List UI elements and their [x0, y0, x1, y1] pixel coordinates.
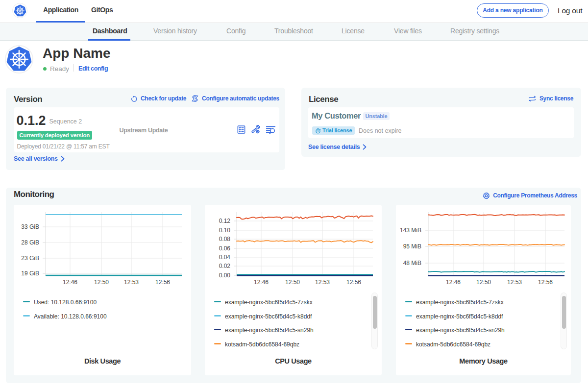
svg-text:48 MiB: 48 MiB	[403, 260, 421, 267]
svg-text:12:56: 12:56	[155, 279, 170, 286]
svg-text:12:53: 12:53	[315, 279, 330, 286]
svg-text:0.10: 0.10	[219, 227, 231, 234]
svg-text:12:56: 12:56	[538, 279, 553, 286]
svg-text:28 GiB: 28 GiB	[21, 239, 39, 246]
svg-text:12:46: 12:46	[254, 279, 269, 286]
svg-text:12:46: 12:46	[446, 279, 461, 286]
svg-text:23 GiB: 23 GiB	[21, 255, 39, 262]
svg-text:12:53: 12:53	[124, 279, 139, 286]
svg-text:143 MiB: 143 MiB	[400, 227, 421, 234]
svg-text:12:53: 12:53	[507, 279, 522, 286]
svg-text:12:46: 12:46	[63, 279, 77, 286]
svg-text:0.06: 0.06	[219, 245, 231, 252]
svg-text:12:56: 12:56	[346, 279, 361, 286]
svg-text:12:50: 12:50	[476, 279, 491, 286]
svg-text:0.04: 0.04	[219, 254, 231, 261]
svg-text:0.02: 0.02	[219, 263, 231, 269]
svg-text:0.00: 0.00	[219, 272, 231, 279]
svg-text:0.12: 0.12	[219, 218, 231, 224]
svg-text:12:50: 12:50	[94, 279, 109, 286]
svg-text:95 MiB: 95 MiB	[403, 243, 421, 250]
svg-text:0.08: 0.08	[219, 236, 231, 243]
svg-text:33 GiB: 33 GiB	[21, 223, 39, 230]
svg-text:19 GiB: 19 GiB	[21, 270, 39, 277]
svg-text:12:50: 12:50	[285, 279, 300, 286]
